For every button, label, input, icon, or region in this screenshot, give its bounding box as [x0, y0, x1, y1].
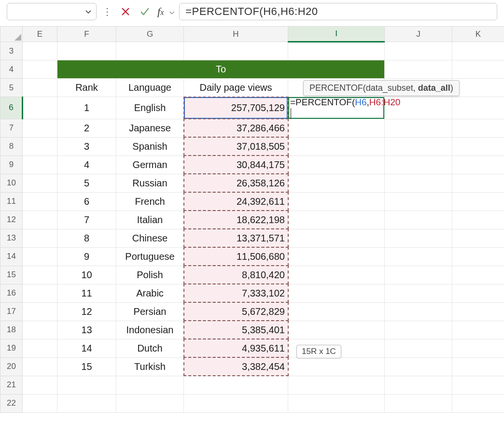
cell-rank[interactable]: 4 [57, 155, 116, 174]
cell[interactable] [23, 229, 57, 247]
row-header[interactable]: 21 [0, 376, 23, 394]
header-views[interactable]: Daily page views [184, 79, 288, 97]
cell[interactable] [23, 211, 57, 229]
cell[interactable] [288, 266, 385, 284]
formula-bar-input[interactable]: =PERCENTOF(H6,H6:H20 [179, 3, 497, 20]
cell[interactable] [452, 155, 504, 174]
cell[interactable] [23, 266, 57, 284]
cell[interactable] [385, 321, 452, 339]
vertical-dots-icon[interactable]: ⋮ [100, 6, 114, 17]
cell[interactable] [385, 339, 452, 357]
cell[interactable] [184, 42, 288, 60]
cell[interactable] [385, 284, 452, 302]
cell[interactable] [23, 97, 57, 119]
cell-rank[interactable]: 10 [57, 266, 116, 284]
select-all-corner[interactable] [0, 27, 23, 42]
cell-rank[interactable]: 5 [57, 174, 116, 192]
cell-rank[interactable]: 3 [57, 137, 116, 155]
cell[interactable] [385, 357, 452, 376]
cell[interactable] [452, 229, 504, 247]
cell[interactable] [23, 79, 57, 97]
cell-language[interactable]: Dutch [116, 339, 184, 357]
row-header[interactable]: 18 [0, 321, 23, 339]
cell-views[interactable]: 13,371,571 [184, 229, 288, 247]
cell-language[interactable]: Indonesian [116, 321, 184, 339]
cell[interactable] [288, 119, 385, 137]
cell[interactable] [184, 376, 288, 394]
cell-views[interactable]: 8,810,420 [184, 266, 288, 284]
cell[interactable] [23, 192, 57, 211]
cell-rank[interactable]: 6 [57, 192, 116, 211]
cell[interactable] [23, 42, 57, 60]
column-header-H[interactable]: H [184, 27, 288, 42]
cell[interactable] [288, 321, 385, 339]
row-header[interactable]: 12 [0, 211, 23, 229]
cell[interactable] [23, 321, 57, 339]
cell[interactable] [452, 302, 504, 321]
cell-rank[interactable]: 14 [57, 339, 116, 357]
cell[interactable] [288, 137, 385, 155]
chevron-down-icon[interactable] [84, 8, 92, 15]
cell[interactable] [452, 284, 504, 302]
cell[interactable] [57, 376, 116, 394]
cell-language[interactable]: Chinese [116, 229, 184, 247]
cell-views[interactable]: 30,844,175 [184, 155, 288, 174]
cell-views[interactable]: 18,622,198 [184, 211, 288, 229]
cell[interactable] [57, 42, 116, 60]
cell-rank[interactable]: 1 [57, 97, 116, 119]
cell[interactable] [385, 60, 452, 79]
cell[interactable] [452, 97, 504, 119]
cell[interactable] [23, 376, 57, 394]
cell[interactable] [57, 394, 116, 412]
cancel-edit-button[interactable] [118, 4, 133, 19]
cell[interactable] [23, 174, 57, 192]
cell[interactable] [23, 357, 57, 376]
cell[interactable] [23, 137, 57, 155]
cell[interactable] [288, 42, 385, 60]
cell[interactable] [452, 394, 504, 412]
cell[interactable] [385, 137, 452, 155]
cell[interactable] [288, 174, 385, 192]
confirm-edit-button[interactable] [137, 4, 153, 19]
cell[interactable] [385, 394, 452, 412]
cell-rank[interactable]: 15 [57, 357, 116, 376]
cell[interactable] [452, 266, 504, 284]
cell[interactable] [385, 247, 452, 266]
row-header[interactable]: 9 [0, 155, 23, 174]
cell[interactable] [452, 137, 504, 155]
row-header[interactable]: 17 [0, 302, 23, 321]
cell[interactable] [288, 357, 385, 376]
cell[interactable] [23, 394, 57, 412]
cell[interactable] [288, 394, 385, 412]
row-header[interactable]: 22 [0, 394, 23, 412]
cell[interactable] [288, 247, 385, 266]
cell[interactable] [184, 394, 288, 412]
cell-views[interactable]: 5,672,829 [184, 302, 288, 321]
column-header-F[interactable]: F [57, 27, 116, 42]
row-header[interactable]: 14 [0, 247, 23, 266]
cell-rank[interactable]: 13 [57, 321, 116, 339]
cell[interactable] [23, 247, 57, 266]
cell-language[interactable]: Portuguese [116, 247, 184, 266]
row-header[interactable]: 15 [0, 266, 23, 284]
cell[interactable] [452, 376, 504, 394]
table-title[interactable]: To [57, 60, 385, 79]
row-header[interactable]: 11 [0, 192, 23, 211]
cell-language[interactable]: Japanese [116, 119, 184, 137]
cell[interactable] [452, 60, 504, 79]
cell-views[interactable]: 11,506,680 [184, 247, 288, 266]
cell[interactable] [385, 42, 452, 60]
cell-views[interactable]: 26,358,126 [184, 174, 288, 192]
cell[interactable] [385, 376, 452, 394]
cell-language[interactable]: Persian [116, 302, 184, 321]
fx-icon[interactable]: fx [156, 5, 165, 18]
cell[interactable] [452, 119, 504, 137]
cell-language[interactable]: Russian [116, 174, 184, 192]
cell[interactable] [385, 266, 452, 284]
cell-views[interactable]: 257,705,129 [184, 97, 288, 119]
column-header-K[interactable]: K [452, 27, 504, 42]
cell[interactable] [288, 229, 385, 247]
cell-views[interactable]: 4,935,611 [184, 339, 288, 357]
cell-views[interactable]: 7,333,102 [184, 284, 288, 302]
cell-language[interactable]: German [116, 155, 184, 174]
